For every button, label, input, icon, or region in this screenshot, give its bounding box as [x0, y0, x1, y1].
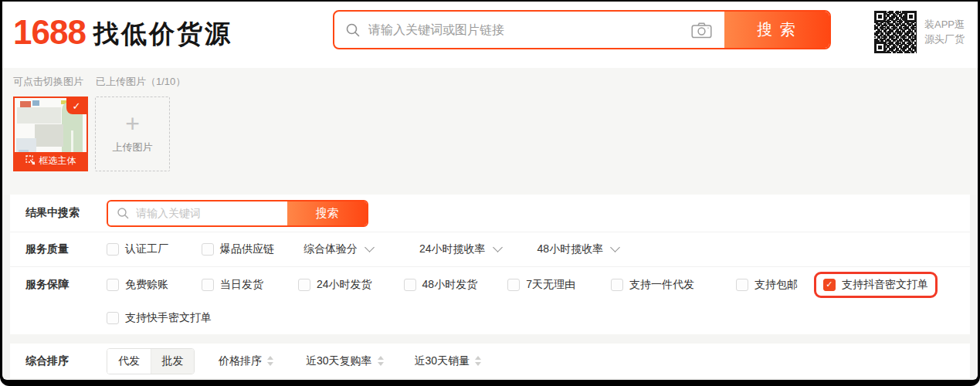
image-blob [32, 100, 39, 106]
checkbox-kuaishou-encrypted-order[interactable]: 支持快手密文打单 [107, 311, 212, 325]
upload-image-button[interactable]: + 上传图片 [95, 96, 170, 171]
sort-arrows-icon [378, 356, 384, 366]
segment-dropship[interactable]: 代发 [107, 349, 151, 374]
sort-price[interactable]: 价格排序 [219, 354, 273, 368]
service-quality-row: 服务质量 认证工厂 爆品供应链 综合体验分 24小时揽收率 48小时揽收率 [10, 232, 970, 266]
qr-finder [874, 42, 886, 53]
checkbox-label: 支持快手密文打单 [125, 311, 212, 325]
dropdown-label: 24小时揽收率 [419, 242, 486, 256]
service-guarantee-row: 服务保障 免费赊账 当日发货 24小时发货 [10, 266, 970, 334]
checkbox-box[interactable] [107, 279, 119, 291]
logo-slogan: 找低价货源 [93, 17, 232, 51]
image-blob [35, 124, 63, 147]
sort-option-label: 近30天销量 [415, 354, 470, 368]
logo-1688: 1688 [13, 14, 86, 51]
main-search-button[interactable]: 搜 索 [724, 12, 829, 48]
qr-caption: 装APP逛 源头厂货 [924, 10, 965, 54]
site-logo[interactable]: 1688 找低价货源 [13, 14, 232, 51]
checkbox-box[interactable] [736, 279, 748, 291]
sort-arrows-icon [267, 356, 273, 366]
main-search-input[interactable] [368, 23, 685, 37]
app-qr-area: 装APP逛 源头厂货 [873, 10, 965, 54]
search-icon [345, 22, 361, 38]
upload-image-label: 上传图片 [113, 141, 153, 154]
checkbox-label: 48小时发货 [422, 278, 478, 292]
checkbox-checked-icon[interactable]: ✓ [823, 279, 836, 291]
checkbox-box[interactable] [404, 279, 416, 291]
result-search-label: 结果中搜索 [25, 206, 107, 220]
search-icon [117, 207, 130, 220]
header: 1688 找低价货源 搜 索 [2, 2, 978, 68]
checkbox-label: 支持一件代发 [629, 278, 694, 292]
switch-image-hint: 可点击切换图片 [13, 75, 83, 89]
service-guarantee-label: 服务保障 [25, 267, 107, 302]
image-tiles: ✓ 框选主体 + 上传图片 [13, 96, 967, 171]
dropdown-label: 48小时揽收率 [537, 242, 604, 256]
checkbox-7day-no-reason-return[interactable]: 7天无理由 [507, 278, 575, 292]
trade-mode-segmented-control: 代发 批发 [107, 348, 195, 374]
sort-bar-label: 综合排序 [25, 354, 107, 368]
dropdown-24h-pickup-rate[interactable]: 24小时揽收率 [419, 242, 501, 256]
checkbox-box[interactable] [298, 279, 310, 291]
checkbox-box[interactable] [202, 243, 214, 256]
checkbox-24h-shipping[interactable]: 24小时发货 [298, 278, 372, 292]
checkbox-box[interactable] [202, 279, 214, 291]
crop-subject-button[interactable]: 框选主体 [15, 152, 86, 170]
camera-icon[interactable] [691, 22, 712, 39]
chevron-down-icon [610, 242, 620, 252]
checkbox-certified-factory[interactable]: 认证工厂 [107, 242, 168, 256]
checkbox-box[interactable] [507, 279, 520, 291]
result-search-row: 结果中搜索 搜索 [10, 195, 970, 232]
sort-option-label: 价格排序 [219, 354, 262, 368]
uploaded-count: 已上传图片（1/10） [96, 75, 185, 89]
checkbox-box[interactable] [611, 279, 623, 291]
checkbox-box[interactable] [107, 243, 119, 256]
dropdown-composite-experience-score[interactable]: 综合体验分 [303, 242, 373, 256]
checkbox-label: 24小时发货 [317, 278, 372, 292]
sort-30day-sales[interactable]: 近30天销量 [415, 354, 482, 368]
service-guarantee-line1: 免费赊账 当日发货 24小时发货 48小时发货 [107, 267, 970, 302]
service-quality-label: 服务质量 [25, 242, 107, 256]
service-guarantee-options: 免费赊账 当日发货 24小时发货 48小时发货 [107, 267, 970, 334]
sort-30day-repurchase-rate[interactable]: 近30天复购率 [306, 354, 384, 368]
uploaded-images-section: 可点击切换图片 已上传图片（1/10） ✓ [2, 68, 978, 195]
checkbox-label: 免费赊账 [125, 278, 168, 292]
checkbox-label: 支持抖音密文打单 [842, 278, 928, 292]
sort-option-label: 近30天复购率 [306, 354, 372, 368]
chevron-down-icon [365, 242, 375, 252]
image-blob [20, 101, 31, 107]
check-icon: ✓ [73, 100, 81, 112]
qr-code [873, 10, 917, 54]
sort-bar: 综合排序 代发 批发 价格排序 近30天复购率 近30天销量 [10, 344, 970, 378]
checkbox-label: 支持包邮 [754, 278, 798, 292]
dropdown-48h-pickup-rate[interactable]: 48小时揽收率 [537, 242, 619, 256]
checkbox-48h-shipping[interactable]: 48小时发货 [404, 278, 478, 292]
result-search-input[interactable] [136, 201, 287, 225]
crop-label: 框选主体 [39, 154, 76, 168]
upload-hints: 可点击切换图片 已上传图片（1/10） [13, 76, 967, 88]
checkbox-label: 认证工厂 [125, 242, 168, 256]
uploaded-image-thumbnail[interactable]: ✓ 框选主体 [13, 96, 88, 171]
plus-icon: + [125, 113, 140, 134]
sort-arrows-icon [475, 356, 481, 366]
checkbox-label: 当日发货 [220, 278, 263, 292]
dropdown-label: 综合体验分 [303, 242, 358, 256]
checkbox-hot-supply-chain[interactable]: 爆品供应链 [202, 242, 274, 256]
qr-caption-line2: 源头厂货 [924, 32, 965, 46]
checkbox-same-day-shipping[interactable]: 当日发货 [202, 278, 263, 292]
checkbox-douyin-encrypted-order[interactable]: ✓ 支持抖音密文打单 [814, 272, 938, 298]
crop-icon [25, 155, 36, 168]
segment-wholesale[interactable]: 批发 [151, 349, 194, 374]
page: 1688 找低价货源 搜 索 [2, 2, 978, 380]
checkbox-label: 7天无理由 [526, 278, 575, 292]
qr-finder [905, 11, 917, 22]
checkbox-free-credit[interactable]: 免费赊账 [107, 278, 168, 292]
checkbox-label: 爆品供应链 [220, 242, 274, 256]
chevron-down-icon [493, 242, 503, 252]
result-search-bar: 搜索 [107, 200, 368, 227]
result-search-button[interactable]: 搜索 [287, 201, 367, 225]
checkbox-box[interactable] [107, 312, 119, 324]
qr-caption-line1: 装APP逛 [924, 17, 965, 32]
checkbox-one-piece-dropshipping[interactable]: 支持一件代发 [611, 278, 694, 292]
checkbox-free-shipping[interactable]: 支持包邮 [736, 278, 798, 292]
